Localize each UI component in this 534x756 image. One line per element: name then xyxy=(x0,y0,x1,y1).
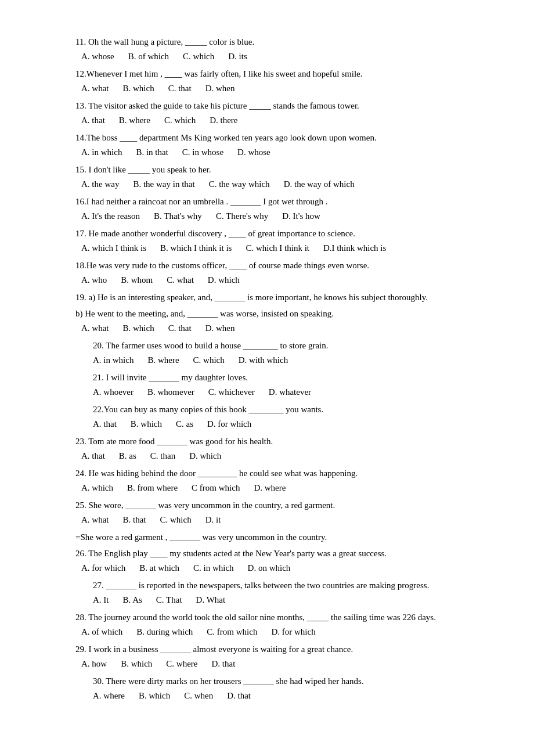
option-q17-1: B. which I think it is xyxy=(160,241,232,255)
question-text-q12: 12.Whenever I met him , ____ was fairly … xyxy=(75,67,476,81)
question-text-q14: 14.The boss ____ department Ms King work… xyxy=(75,131,476,145)
options-row-q17: A. which I think isB. which I think it i… xyxy=(75,241,476,255)
option-q24-0: A. which xyxy=(81,481,113,495)
option-q27-2: C. That xyxy=(156,593,182,607)
option-q26-1: B. at which xyxy=(139,561,179,575)
option-q30-0: A. where xyxy=(93,689,125,703)
question-block-q23: 23. Tom ate more food _______ was good f… xyxy=(75,434,476,463)
options-row-q30: A. whereB. whichC. whenD. that xyxy=(75,689,476,703)
option-q15-0: A. the way xyxy=(81,177,119,191)
option-q17-2: C. which I think it xyxy=(246,241,309,255)
option-q13-0: A. that xyxy=(81,113,105,127)
options-row-q23: A. thatB. asC. thanD. which xyxy=(75,449,476,463)
option-q13-1: B. where xyxy=(119,113,150,127)
option-q13-3: D. there xyxy=(210,113,237,127)
question-block-q16: 16.I had neither a raincoat nor an umbre… xyxy=(75,195,476,223)
option-q22-1: B. which xyxy=(131,417,162,431)
option-q15-3: D. the way of which xyxy=(284,177,355,191)
question-text-q25a: 25. She wore, _______ was very uncommon … xyxy=(75,498,476,512)
options-row-q15: A. the wayB. the way in thatC. the way w… xyxy=(75,177,476,191)
option-q19b-2: C. that xyxy=(168,321,192,335)
question-text-q18: 18.He was very rude to the customs offic… xyxy=(75,258,476,272)
question-text-q23: 23. Tom ate more food _______ was good f… xyxy=(75,434,476,448)
option-q28-1: B. during which xyxy=(136,625,193,639)
options-row-q29: A. howB. whichC. whereD. that xyxy=(75,657,476,671)
options-row-q24: A. whichB. from whereC from whichD. wher… xyxy=(75,481,476,495)
option-q14-0: A. in which xyxy=(81,145,122,159)
option-q19b-1: B. which xyxy=(123,321,154,335)
question-text-q19a: 19. a) He is an interesting speaker, and… xyxy=(75,290,476,304)
option-q22-2: C. as xyxy=(176,417,193,431)
question-text-q24: 24. He was hiding behind the door ______… xyxy=(75,466,476,480)
option-q24-3: D. where xyxy=(254,481,286,495)
question-text-q28: 28. The journey around the world took th… xyxy=(75,610,476,624)
question-text-q11: 11. Oh the wall hung a picture, _____ co… xyxy=(75,35,476,49)
options-row-q26: A. for whichB. at whichC. in whichD. on … xyxy=(75,561,476,575)
question-block-q25a: 25. She wore, _______ was very uncommon … xyxy=(75,498,476,527)
option-q20-3: D. with which xyxy=(239,353,288,367)
question-block-q26: 26. The English play ____ my students ac… xyxy=(75,546,476,575)
question-block-q22: 22.You can buy as many copies of this bo… xyxy=(75,402,476,431)
option-q30-1: B. which xyxy=(139,689,170,703)
question-block-q21: 21. I will invite _______ my daughter lo… xyxy=(75,370,476,399)
option-q17-3: D.I think which is xyxy=(323,241,386,255)
option-q18-0: A. who xyxy=(81,273,107,287)
question-block-q14: 14.The boss ____ department Ms King work… xyxy=(75,131,476,159)
option-q21-0: A. whoever xyxy=(93,385,134,399)
option-q22-3: D. for which xyxy=(207,417,251,431)
question-text-q19b: b) He went to the meeting, and, _______ … xyxy=(75,307,476,321)
option-q16-3: D. It's how xyxy=(282,209,320,223)
option-q15-2: C. the way which xyxy=(209,177,270,191)
option-q29-2: C. where xyxy=(166,657,197,671)
question-block-q15: 15. I don't like _____ you speak to her.… xyxy=(75,163,476,191)
question-block-q19a: 19. a) He is an interesting speaker, and… xyxy=(75,290,476,304)
option-q23-2: C. than xyxy=(150,449,175,463)
option-q24-1: B. from where xyxy=(127,481,178,495)
option-q14-1: B. in that xyxy=(136,145,168,159)
options-row-q21: A. whoeverB. whomeverC. whicheverD. what… xyxy=(75,385,476,399)
question-text-q30: 30. There were dirty marks on her trouse… xyxy=(75,674,476,688)
question-block-q29: 29. I work in a business _______ almost … xyxy=(75,642,476,671)
question-text-q29: 29. I work in a business _______ almost … xyxy=(75,642,476,656)
option-q21-2: C. whichever xyxy=(208,385,255,399)
option-q23-0: A. that xyxy=(81,449,105,463)
option-q11-0: A. whose xyxy=(81,49,114,63)
question-block-q12: 12.Whenever I met him , ____ was fairly … xyxy=(75,67,476,95)
options-row-q27: A. ItB. AsC. ThatD. What xyxy=(75,593,476,607)
option-q11-2: C. which xyxy=(183,49,214,63)
option-q19b-0: A. what xyxy=(81,321,109,335)
option-q25a-1: B. that xyxy=(123,513,146,527)
question-block-q20: 20. The farmer uses wood to build a hous… xyxy=(75,339,476,367)
option-q22-0: A. that xyxy=(93,417,117,431)
question-text-q27: 27. _______ is reported in the newspaper… xyxy=(75,578,476,592)
options-row-q28: A. of whichB. during whichC. from whichD… xyxy=(75,625,476,639)
question-text-q20: 20. The farmer uses wood to build a hous… xyxy=(75,339,476,352)
option-q26-2: C. in which xyxy=(193,561,234,575)
option-q26-3: D. on which xyxy=(248,561,291,575)
option-q12-0: A. what xyxy=(81,81,109,95)
options-row-q11: A. whoseB. of whichC. whichD. its xyxy=(75,49,476,63)
option-q18-2: C. what xyxy=(167,273,194,287)
option-q24-2: C from which xyxy=(192,481,240,495)
option-q20-1: B. where xyxy=(147,353,179,367)
question-block-q13: 13. The visitor asked the guide to take … xyxy=(75,99,476,127)
option-q25a-0: A. what xyxy=(81,513,109,527)
option-q16-2: C. There's why xyxy=(216,209,268,223)
option-q11-1: B. of which xyxy=(128,49,169,63)
option-q28-3: D. for which xyxy=(271,625,315,639)
option-q20-2: C. which xyxy=(193,353,225,367)
option-q23-3: D. which xyxy=(189,449,221,463)
option-q27-3: D. What xyxy=(196,593,226,607)
option-q29-3: D. that xyxy=(212,657,236,671)
question-block-q25b: =She wore a red garment , _______ was ve… xyxy=(75,530,476,544)
options-row-q12: A. whatB. whichC. thatD. when xyxy=(75,81,476,95)
option-q12-1: B. which xyxy=(123,81,154,95)
option-q13-2: C. which xyxy=(164,113,196,127)
option-q30-3: D. that xyxy=(227,689,251,703)
option-q12-3: D. when xyxy=(205,81,235,95)
option-q29-1: B. which xyxy=(121,657,152,671)
option-q28-0: A. of which xyxy=(81,625,122,639)
question-text-q21: 21. I will invite _______ my daughter lo… xyxy=(75,370,476,384)
question-block-q19b: b) He went to the meeting, and, _______ … xyxy=(75,307,476,335)
option-q23-1: B. as xyxy=(119,449,136,463)
